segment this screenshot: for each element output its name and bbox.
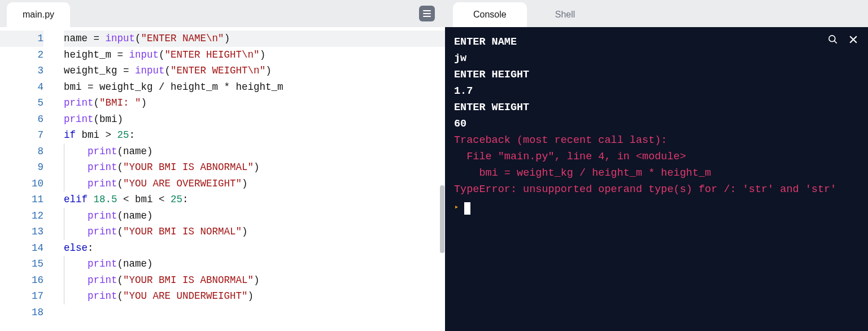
line-number: 7 bbox=[0, 127, 43, 143]
terminal-panel: Console Shell ENTER NAMEjwENTER HEIGHT1.… bbox=[445, 0, 868, 331]
line-number: 13 bbox=[0, 224, 43, 240]
code-line[interactable]: height_m = input("ENTER HEIGHT\n") bbox=[64, 47, 445, 63]
code-line[interactable]: print(name) bbox=[64, 208, 445, 224]
code-line[interactable] bbox=[64, 304, 445, 321]
line-gutter: 123456789101112131415161718 bbox=[0, 27, 54, 331]
code-line[interactable]: print(name) bbox=[64, 143, 445, 160]
editor-panel: main.py 123456789101112131415161718 name… bbox=[0, 0, 445, 331]
console-prompt[interactable]: ‣ bbox=[454, 200, 859, 216]
tab-console[interactable]: Console bbox=[453, 2, 527, 27]
code-line[interactable]: print("YOUR BMI IS ABNORMAL") bbox=[64, 272, 445, 289]
code-line[interactable]: bmi = weight_kg / height_m * height_m bbox=[64, 79, 445, 95]
code-line[interactable]: print("YOU ARE UNDERWEIGHT") bbox=[64, 288, 445, 304]
line-number: 2 bbox=[0, 47, 43, 63]
code-line[interactable]: else: bbox=[64, 240, 445, 256]
line-number: 5 bbox=[0, 95, 43, 111]
console-line: 1.7 bbox=[454, 83, 859, 99]
code-line[interactable]: name = input("ENTER NAME\n") bbox=[64, 31, 445, 47]
console-output[interactable]: ENTER NAMEjwENTER HEIGHT1.7ENTER WEIGHT6… bbox=[445, 27, 868, 331]
cursor bbox=[464, 202, 470, 215]
close-icon[interactable] bbox=[848, 34, 859, 51]
console-line: bmi = weight_kg / height_m * height_m bbox=[454, 165, 859, 181]
editor-scrollbar[interactable] bbox=[438, 27, 445, 331]
code-line[interactable]: print("BMI: ") bbox=[64, 95, 445, 111]
editor-tabs-bar: main.py bbox=[0, 0, 445, 27]
console-line: ENTER WEIGHT bbox=[454, 99, 859, 116]
console-line: ENTER NAME bbox=[454, 34, 859, 50]
line-number: 8 bbox=[0, 143, 43, 160]
line-number: 17 bbox=[0, 288, 43, 304]
line-number: 1 bbox=[0, 31, 43, 47]
console-line: ENTER HEIGHT bbox=[454, 67, 859, 83]
line-number: 15 bbox=[0, 256, 43, 272]
menu-icon[interactable] bbox=[419, 6, 435, 21]
search-icon[interactable] bbox=[827, 34, 839, 51]
line-number: 12 bbox=[0, 208, 43, 224]
tab-shell[interactable]: Shell bbox=[535, 2, 596, 27]
svg-point-0 bbox=[829, 36, 835, 42]
code-line[interactable]: print("YOUR BMI IS ABNORMAL") bbox=[64, 159, 445, 176]
code-editor[interactable]: 123456789101112131415161718 name = input… bbox=[0, 27, 445, 331]
code-line[interactable]: print(name) bbox=[64, 256, 445, 272]
code-line[interactable]: elif 18.5 < bmi < 25: bbox=[64, 191, 445, 208]
line-number: 9 bbox=[0, 159, 43, 176]
line-number: 14 bbox=[0, 240, 43, 256]
line-number: 18 bbox=[0, 304, 43, 321]
svg-line-1 bbox=[835, 41, 837, 43]
file-tab-main[interactable]: main.py bbox=[7, 2, 70, 27]
console-line: TypeError: unsupported operand type(s) f… bbox=[454, 181, 859, 198]
code-line[interactable]: weight_kg = input("ENTER WEIGHT\n") bbox=[64, 63, 445, 79]
line-number: 3 bbox=[0, 63, 43, 79]
line-number: 6 bbox=[0, 111, 43, 128]
code-area[interactable]: name = input("ENTER NAME\n")height_m = i… bbox=[54, 27, 445, 331]
code-line[interactable]: print("YOU ARE OVERWEIGHT") bbox=[64, 176, 445, 192]
line-number: 10 bbox=[0, 176, 43, 192]
code-line[interactable]: print(bmi) bbox=[64, 111, 445, 128]
code-line[interactable]: print("YOUR BMI IS NORMAL") bbox=[64, 224, 445, 240]
line-number: 11 bbox=[0, 191, 43, 208]
console-line: jw bbox=[454, 50, 859, 67]
console-line: File "main.py", line 4, in <module> bbox=[454, 149, 859, 165]
line-number: 4 bbox=[0, 79, 43, 95]
prompt-arrow-icon: ‣ bbox=[454, 200, 459, 216]
terminal-tabs-bar: Console Shell bbox=[445, 0, 868, 27]
code-line[interactable]: if bmi > 25: bbox=[64, 127, 445, 143]
console-line: Traceback (most recent call last): bbox=[454, 132, 859, 149]
line-number: 16 bbox=[0, 272, 43, 289]
console-line: 60 bbox=[454, 116, 859, 132]
